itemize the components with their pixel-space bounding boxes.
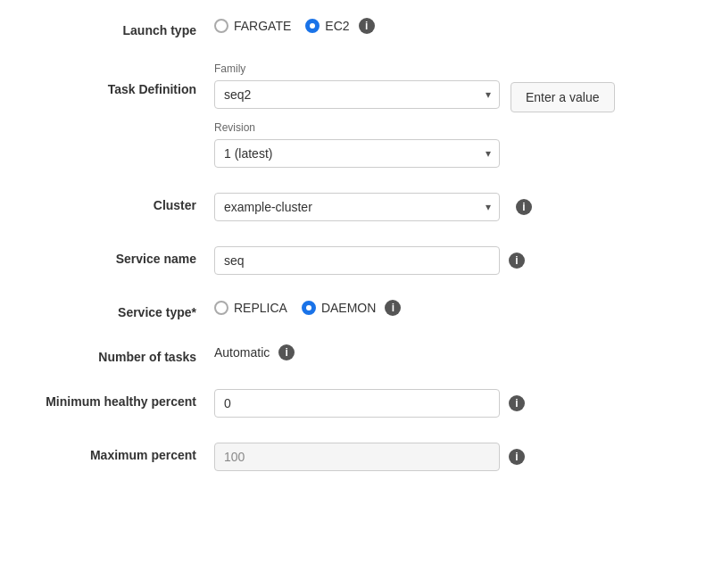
enter-value-btn-wrapper: Enter a value bbox=[511, 62, 615, 112]
maximum-percent-row: Maximum percent i bbox=[27, 443, 687, 471]
number-of-tasks-info-icon[interactable]: i bbox=[278, 344, 295, 360]
minimum-healthy-percent-row: Minimum healthy percent i bbox=[27, 389, 687, 418]
service-type-row: Service type* REPLICA DAEMON i bbox=[27, 300, 687, 319]
service-type-label: Service type* bbox=[27, 300, 214, 319]
cluster-select-row: example-cluster default ▾ i bbox=[214, 193, 532, 221]
revision-sublabel: Revision bbox=[214, 121, 500, 134]
service-name-content: i bbox=[214, 246, 687, 275]
service-type-replica-label: REPLICA bbox=[234, 301, 287, 315]
number-of-tasks-value: Automatic bbox=[214, 345, 270, 360]
family-select-wrapper: seq2 seq1 other ▾ bbox=[214, 80, 500, 109]
service-type-daemon-option[interactable]: DAEMON bbox=[302, 301, 376, 315]
cluster-label: Cluster bbox=[27, 193, 214, 212]
maximum-percent-label: Maximum percent bbox=[27, 443, 214, 462]
family-sublabel: Family bbox=[214, 62, 500, 75]
launch-type-row: Launch type FARGATE EC2 i bbox=[27, 18, 687, 37]
number-of-tasks-label: Number of tasks bbox=[27, 344, 214, 364]
task-definition-content: Family seq2 seq1 other ▾ Enter a value R… bbox=[214, 62, 687, 168]
launch-type-fargate-option[interactable]: FARGATE bbox=[214, 19, 291, 33]
cluster-select-wrapper: example-cluster default ▾ bbox=[214, 193, 500, 221]
minimum-healthy-percent-label: Minimum healthy percent bbox=[27, 389, 214, 409]
launch-type-label: Launch type bbox=[27, 18, 214, 37]
maximum-percent-content: i bbox=[214, 443, 687, 471]
launch-type-content: FARGATE EC2 i bbox=[214, 18, 687, 34]
number-of-tasks-row: Number of tasks Automatic i bbox=[27, 344, 687, 364]
revision-select[interactable]: 1 (latest) 2 3 bbox=[214, 139, 500, 168]
cluster-info-icon[interactable]: i bbox=[516, 199, 532, 215]
maximum-percent-info-icon[interactable]: i bbox=[509, 449, 525, 465]
launch-type-fargate-radio[interactable] bbox=[214, 19, 228, 33]
service-type-content: REPLICA DAEMON i bbox=[214, 300, 687, 316]
service-type-info-icon[interactable]: i bbox=[385, 300, 401, 316]
minimum-healthy-percent-input[interactable] bbox=[214, 389, 500, 418]
service-type-radio-group: REPLICA DAEMON bbox=[214, 301, 376, 315]
family-select[interactable]: seq2 seq1 other bbox=[214, 80, 500, 109]
launch-type-ec2-label: EC2 bbox=[325, 19, 349, 33]
launch-type-radio-group: FARGATE EC2 bbox=[214, 19, 350, 33]
service-type-replica-option[interactable]: REPLICA bbox=[214, 301, 287, 315]
maximum-percent-input[interactable] bbox=[214, 443, 500, 471]
service-name-label: Service name bbox=[27, 246, 214, 266]
minimum-healthy-percent-info-icon[interactable]: i bbox=[509, 395, 525, 411]
cluster-content: example-cluster default ▾ i bbox=[214, 193, 687, 221]
task-definition-family-row: Family seq2 seq1 other ▾ Enter a value bbox=[214, 62, 615, 112]
task-definition-label: Task Definition bbox=[27, 62, 214, 96]
launch-type-ec2-option[interactable]: EC2 bbox=[305, 19, 349, 33]
number-of-tasks-content: Automatic i bbox=[214, 344, 687, 360]
service-type-daemon-label: DAEMON bbox=[321, 301, 376, 315]
launch-type-info-icon[interactable]: i bbox=[359, 18, 375, 34]
service-name-info-icon[interactable]: i bbox=[509, 253, 525, 269]
service-name-input[interactable] bbox=[214, 246, 500, 275]
service-type-replica-radio[interactable] bbox=[214, 301, 228, 315]
task-definition-family-group: Family seq2 seq1 other ▾ bbox=[214, 62, 500, 109]
revision-select-wrapper: 1 (latest) 2 3 ▾ bbox=[214, 139, 500, 168]
cluster-row: Cluster example-cluster default ▾ i bbox=[27, 193, 687, 221]
enter-value-button[interactable]: Enter a value bbox=[511, 82, 615, 112]
service-type-daemon-radio[interactable] bbox=[302, 301, 316, 315]
task-definition-row: Task Definition Family seq2 seq1 other ▾… bbox=[27, 62, 687, 168]
cluster-select[interactable]: example-cluster default bbox=[214, 193, 500, 221]
launch-type-ec2-radio[interactable] bbox=[305, 19, 320, 33]
minimum-healthy-percent-content: i bbox=[214, 389, 687, 418]
launch-type-fargate-label: FARGATE bbox=[234, 19, 291, 33]
task-definition-revision-group: Revision 1 (latest) 2 3 ▾ bbox=[214, 121, 500, 168]
service-name-row: Service name i bbox=[27, 246, 687, 275]
